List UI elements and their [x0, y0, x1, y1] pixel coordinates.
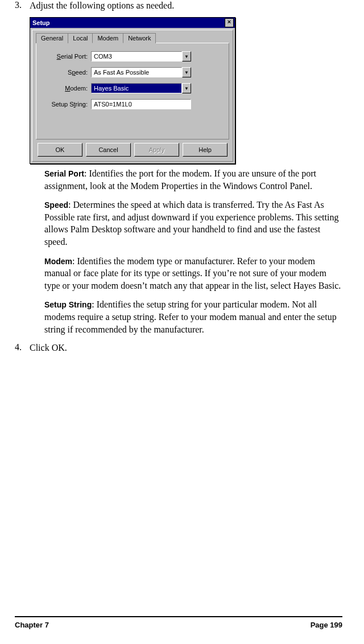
tab-network[interactable]: Network — [123, 33, 156, 43]
desc-serial-port: Serial Port: Identifies the port for the… — [44, 167, 342, 192]
chevron-down-icon[interactable]: ▼ — [182, 83, 191, 93]
text-speed: : Determines the speed at which data is … — [44, 200, 338, 247]
text-serial-port: : Identifies the port for the modem. If … — [44, 169, 316, 191]
step-4-text: Click OK. — [30, 342, 67, 354]
ok-button[interactable]: OK — [38, 143, 82, 157]
speed-label: Speed: — [43, 69, 91, 76]
footer-page: Page 199 — [311, 621, 342, 629]
term-setup-string: Setup String — [44, 300, 92, 309]
close-icon[interactable]: × — [225, 18, 234, 27]
step-3-number: 3. — [15, 0, 30, 11]
cancel-button[interactable]: Cancel — [86, 143, 131, 157]
desc-modem: Modem: Identifies the modem type or manu… — [44, 255, 342, 292]
help-button[interactable]: Help — [183, 143, 228, 157]
modem-field[interactable]: Hayes Basic — [91, 83, 182, 93]
chevron-down-icon[interactable]: ▼ — [182, 51, 191, 61]
serial-port-label: Serial Port: — [43, 53, 91, 60]
setup-string-label: Setup String: — [43, 101, 91, 108]
chevron-down-icon[interactable]: ▼ — [182, 67, 191, 77]
term-speed: Speed — [44, 200, 68, 210]
speed-field[interactable]: As Fast As Possible — [91, 67, 182, 77]
page-footer: Chapter 7 Page 199 — [15, 616, 342, 629]
footer-chapter: Chapter 7 — [15, 621, 49, 629]
tab-local[interactable]: Local — [68, 33, 93, 43]
tab-general[interactable]: General — [36, 33, 68, 43]
apply-button[interactable]: Apply — [134, 143, 179, 157]
step-3-text: Adjust the following options as needed. — [30, 0, 174, 11]
setup-string-field[interactable]: ATS0=1M1L0 — [91, 99, 191, 109]
desc-setup-string: Setup String: Identifies the setup strin… — [44, 298, 342, 335]
titlebar[interactable]: Setup × — [30, 18, 235, 28]
tab-modem[interactable]: Modem — [92, 33, 123, 43]
text-modem: : Identifies the modem type or manufactu… — [44, 256, 341, 290]
serial-port-field[interactable]: COM3 — [91, 51, 182, 61]
term-modem: Modem — [44, 257, 72, 266]
term-serial-port: Serial Port — [44, 169, 84, 178]
modem-label: Modem: — [43, 85, 91, 92]
dialog-title: Setup — [32, 19, 50, 26]
modem-panel: Serial Port: COM3 ▼ Speed: As Fast As Po… — [36, 43, 229, 140]
desc-speed: Speed: Determines the speed at which dat… — [44, 199, 342, 248]
step-4-number: 4. — [15, 342, 30, 354]
setup-dialog: Setup × General Local Modem Network Seri… — [30, 17, 235, 164]
